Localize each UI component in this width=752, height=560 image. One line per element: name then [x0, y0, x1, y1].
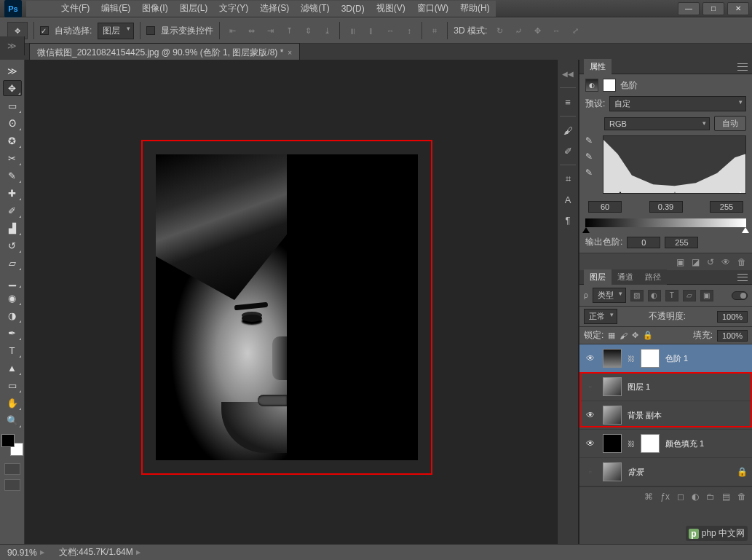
- layer-visibility-icon[interactable]: ▫: [584, 467, 597, 477]
- brush-presets-panel-icon[interactable]: ✐: [560, 143, 576, 159]
- menu-item[interactable]: 选择(S): [254, 2, 295, 15]
- zoom-level[interactable]: 90.91%: [7, 548, 37, 558]
- pan3d-icon[interactable]: ✥: [531, 24, 544, 37]
- menu-item[interactable]: 帮助(H): [454, 2, 496, 15]
- distribute-v-icon[interactable]: ⫿: [365, 24, 378, 37]
- output-white-field[interactable]: 255: [665, 237, 698, 248]
- document-info[interactable]: 文档:445.7K/1.64M: [59, 546, 133, 559]
- layers-tab[interactable]: 通道: [612, 269, 639, 285]
- history-brush-tool[interactable]: ↺: [3, 237, 22, 253]
- align-center-h-icon[interactable]: ⇔: [245, 24, 258, 37]
- output-gradient[interactable]: [585, 218, 746, 227]
- toolbox-collapse-icon[interactable]: ≫: [3, 63, 22, 79]
- filter-smart-icon[interactable]: ▣: [700, 290, 713, 301]
- filter-kind-combo[interactable]: 类型: [593, 288, 626, 303]
- quick-select-tool[interactable]: ✪: [3, 133, 22, 149]
- type-tool[interactable]: T: [3, 342, 22, 358]
- menu-item[interactable]: 编辑(E): [95, 2, 136, 15]
- layer-name[interactable]: 背景 副本: [628, 410, 662, 421]
- layers-tab[interactable]: 图层: [584, 269, 612, 285]
- properties-menu-icon[interactable]: [737, 63, 748, 71]
- filter-shape-icon[interactable]: ▱: [683, 290, 696, 301]
- zoom-tool[interactable]: 🔍: [3, 412, 22, 428]
- gray-point-eyedropper-icon[interactable]: ✎: [585, 151, 597, 163]
- input-white-field[interactable]: 255: [710, 201, 743, 213]
- align-right-icon[interactable]: ⇥: [264, 24, 277, 37]
- layer-visibility-icon[interactable]: 👁: [584, 438, 597, 449]
- filter-indicator-icon[interactable]: ρ: [584, 291, 588, 299]
- properties-tab[interactable]: 属性: [584, 59, 612, 74]
- quick-mask-toggle[interactable]: [4, 463, 20, 475]
- slide3d-icon[interactable]: ↔: [550, 24, 563, 37]
- layer-visibility-icon[interactable]: 👁: [584, 353, 597, 363]
- blur-tool[interactable]: ◉: [3, 290, 22, 306]
- menu-item[interactable]: 视图(V): [371, 2, 411, 15]
- distribute-spacing-h-icon[interactable]: ↔: [384, 24, 397, 37]
- input-black-field[interactable]: 60: [588, 201, 622, 213]
- layer-name[interactable]: 色阶 1: [665, 353, 688, 364]
- view-previous-state-icon[interactable]: ◪: [692, 257, 700, 267]
- align-center-v-icon[interactable]: ⇕: [301, 24, 314, 37]
- delete-adjustment-icon[interactable]: 🗑: [737, 257, 746, 267]
- new-group-icon[interactable]: 🗀: [706, 492, 715, 502]
- marquee-tool[interactable]: ▭: [3, 98, 22, 114]
- hand-tool[interactable]: ✋: [3, 395, 22, 411]
- filter-toggle[interactable]: [732, 291, 748, 300]
- midtone-slider[interactable]: [671, 192, 678, 194]
- lock-position-icon[interactable]: ✥: [632, 331, 638, 340]
- menu-item[interactable]: 窗口(W): [411, 2, 454, 15]
- layer-name[interactable]: 图层 1: [628, 382, 650, 393]
- toggle-visibility-icon[interactable]: 👁: [721, 257, 730, 267]
- levels-histogram[interactable]: [603, 135, 746, 194]
- mask-thumb-icon[interactable]: [641, 434, 660, 453]
- distribute-h-icon[interactable]: ⫼: [346, 24, 359, 37]
- layer-name[interactable]: 背景: [628, 467, 644, 478]
- history-panel-icon[interactable]: ≡: [560, 94, 576, 110]
- fill-field[interactable]: 100%: [717, 330, 748, 342]
- auto-select-checkbox[interactable]: [40, 26, 49, 35]
- character-panel-icon[interactable]: A: [560, 192, 576, 208]
- screen-mode-toggle[interactable]: [4, 479, 20, 491]
- layer-thumb-icon[interactable]: [603, 462, 622, 481]
- brush-tool[interactable]: ✐: [3, 202, 22, 218]
- align-top-icon[interactable]: ⤒: [282, 24, 296, 37]
- channel-combo[interactable]: RGB: [604, 117, 710, 130]
- color-swatches[interactable]: [1, 434, 23, 456]
- add-mask-icon[interactable]: ◻: [677, 492, 684, 502]
- canvas[interactable]: [25, 60, 557, 544]
- document-tab-close-icon[interactable]: ×: [288, 49, 292, 57]
- layer-row[interactable]: 👁背景 副本: [579, 401, 752, 430]
- align-left-icon[interactable]: ⇤: [226, 24, 239, 37]
- orbit3d-icon[interactable]: ↻: [493, 24, 506, 37]
- show-transform-checkbox[interactable]: [146, 26, 155, 35]
- filter-pixel-icon[interactable]: ▧: [630, 290, 644, 301]
- menu-item[interactable]: 滤镜(T): [295, 2, 335, 15]
- shadow-slider[interactable]: [617, 192, 624, 194]
- mask-thumb-icon[interactable]: [641, 349, 660, 368]
- layers-menu-icon[interactable]: [737, 274, 748, 281]
- auto-align-icon[interactable]: ⌗: [428, 24, 441, 37]
- foreground-color-swatch[interactable]: [1, 434, 15, 447]
- highlight-slider[interactable]: [737, 192, 744, 194]
- layer-row[interactable]: ▫背景🔒: [579, 458, 752, 486]
- black-point-eyedropper-icon[interactable]: ✎: [585, 135, 597, 147]
- layer-style-icon[interactable]: ƒx: [660, 492, 670, 502]
- filter-adjust-icon[interactable]: ◐: [648, 290, 661, 301]
- layer-visibility-icon[interactable]: ▫: [584, 382, 597, 392]
- pen-tool[interactable]: ✒: [3, 325, 22, 341]
- dodge-tool[interactable]: ◑: [3, 307, 22, 323]
- menu-item[interactable]: 文件(F): [55, 2, 95, 15]
- link-layers-icon[interactable]: ⌘: [644, 492, 653, 502]
- delete-layer-icon[interactable]: 🗑: [737, 492, 746, 502]
- doc-tab-collapse-icon[interactable]: ≫: [0, 36, 25, 55]
- lock-all-icon[interactable]: 🔒: [643, 331, 653, 340]
- auto-select-target-combo[interactable]: 图层: [98, 23, 134, 39]
- output-white-slider[interactable]: [742, 227, 749, 233]
- layer-name[interactable]: 颜色填充 1: [665, 438, 704, 449]
- white-point-eyedropper-icon[interactable]: ✎: [585, 167, 597, 179]
- window-close[interactable]: ✕: [727, 2, 749, 15]
- stamp-tool[interactable]: ▟: [3, 220, 22, 236]
- blend-mode-combo[interactable]: 正常: [584, 309, 617, 324]
- reset-icon[interactable]: ↺: [707, 257, 714, 267]
- menu-item[interactable]: 文字(Y): [213, 2, 254, 15]
